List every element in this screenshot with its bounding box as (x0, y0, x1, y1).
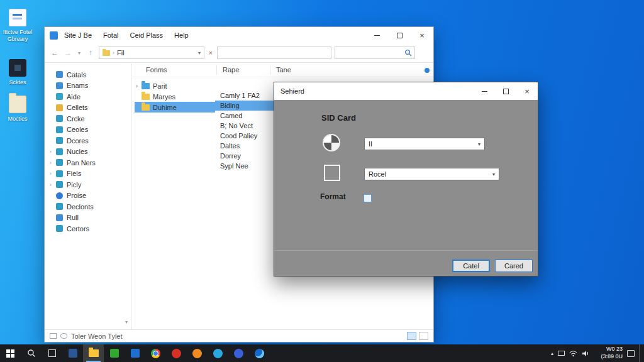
file-list-item[interactable]: Daltes (215, 141, 278, 151)
volume-icon[interactable] (582, 350, 589, 357)
scrollbar-down-arrow[interactable]: ▾ (123, 319, 130, 328)
wifi-icon[interactable] (569, 350, 577, 357)
folder-icon (56, 181, 63, 188)
sidebar-item[interactable]: Enams (45, 80, 131, 92)
taskbar-app-lightblue[interactable] (208, 344, 228, 362)
taskbar-app-mail[interactable] (62, 344, 83, 362)
taskbar-app-green[interactable] (104, 344, 125, 362)
sidebar-item-label: Fiels (67, 170, 81, 177)
items-count-icon (50, 333, 57, 339)
close-button[interactable]: × (411, 27, 433, 43)
forward-button[interactable]: → (63, 48, 73, 57)
address-dropdown-icon[interactable]: ▾ (198, 50, 201, 56)
taskbar-left (0, 344, 270, 362)
sidebar-item[interactable]: Aide (45, 91, 131, 102)
tray-expand-icon[interactable]: ▴ (551, 351, 553, 356)
capacity-dropdown[interactable]: II ▾ (364, 138, 485, 150)
menu-item-file[interactable]: Site J Be (64, 31, 92, 39)
up-button[interactable]: ↑ (86, 48, 96, 57)
taskbar-app-red[interactable] (166, 344, 187, 362)
tree-item[interactable]: Maryes (135, 91, 215, 102)
dialog-divider (274, 250, 538, 251)
minimize-button[interactable] (365, 27, 388, 43)
desktop-icon-mocties[interactable]: Mocties (0, 96, 35, 123)
search-input[interactable] (335, 48, 414, 59)
taskbar-app-firefox[interactable] (187, 344, 208, 362)
show-desktop-button[interactable] (639, 344, 642, 362)
back-button[interactable]: ← (50, 48, 60, 57)
folder-icon (56, 126, 63, 133)
maximize-button[interactable] (495, 82, 516, 100)
help-icon[interactable] (425, 68, 430, 73)
taskbar-app-explorer[interactable] (83, 344, 104, 362)
search-icon[interactable] (404, 49, 412, 57)
sidebar-item[interactable]: Certors (45, 223, 131, 234)
start-button[interactable] (0, 344, 21, 362)
network-icon[interactable] (558, 351, 565, 356)
address-bar[interactable]: › Fil ▾ (99, 47, 204, 59)
column-header-name[interactable]: Fonms (146, 66, 167, 74)
ok-button[interactable]: Catel (452, 260, 490, 272)
details-view-icon[interactable] (407, 332, 416, 340)
filesystem-dropdown[interactable]: Rocel ▾ (364, 168, 499, 180)
history-chevron-icon[interactable]: ▾ (76, 50, 82, 56)
desktop-icon-scktes[interactable]: Scktes (0, 59, 35, 86)
sidebar-item[interactable]: Dcores (45, 135, 131, 146)
cloud-icon (56, 192, 63, 199)
search-icon (27, 349, 36, 358)
file-list-item[interactable]: Camed (215, 111, 278, 121)
desktop-icon-library[interactable]: Ittctve Fotel Gbreary (0, 9, 35, 43)
sidebar-item[interactable]: Proise (45, 190, 131, 202)
file-list-item[interactable]: Camly 1 FA2 (215, 90, 278, 101)
sidebar-item[interactable]: ›Pan Ners (45, 157, 131, 168)
thumbnail-view-icon[interactable] (419, 332, 428, 340)
format-checkbox[interactable] (364, 194, 372, 202)
mail-icon (69, 349, 77, 358)
edge-icon (255, 349, 264, 358)
blue-app-icon (213, 349, 223, 358)
tree-item-selected[interactable]: Duhime (135, 102, 215, 112)
column-header-type[interactable]: Rape (223, 66, 239, 74)
minimize-button[interactable] (474, 82, 495, 100)
sidebar-item[interactable]: Cellets (45, 102, 131, 114)
menu-item-view[interactable]: Ceid Plass (130, 31, 164, 39)
file-list-item[interactable]: Cood Paliey (215, 131, 278, 141)
sidebar-item[interactable]: Rull (45, 212, 131, 224)
taskbar-app-chrome[interactable] (145, 344, 166, 362)
file-list-item-selected[interactable]: Biding (215, 101, 278, 111)
column-header-row: Fonms Rape Tane (132, 63, 433, 77)
file-list-item[interactable]: B; No Vect (215, 121, 278, 131)
sidebar-item[interactable]: Catals (45, 69, 131, 80)
file-list-item[interactable]: Dorrey (215, 151, 278, 161)
action-center-icon[interactable] (627, 350, 635, 357)
taskbar-app-indigo[interactable] (228, 344, 249, 362)
taskbar-app-edge[interactable] (249, 344, 270, 362)
task-view-button[interactable] (42, 344, 62, 362)
column-header-date[interactable]: Tane (276, 66, 291, 74)
sidebar-item[interactable]: ›Fiels (45, 168, 131, 180)
taskbar-clock[interactable]: W0 23 (3:89 0U (594, 346, 623, 360)
address-folder-icon (103, 50, 110, 56)
menu-item-edit[interactable]: Fotal (103, 31, 118, 39)
cancel-navigation-icon[interactable]: × (208, 50, 214, 57)
sidebar-item[interactable]: Declonts (45, 201, 131, 212)
sidebar-item[interactable]: ›Picly (45, 179, 131, 190)
folder-icon (56, 225, 63, 232)
sidebar-item[interactable]: Crcke (45, 113, 131, 124)
filter-box (217, 47, 331, 59)
cancel-button[interactable]: Cared (495, 260, 533, 272)
taskbar-app-store[interactable] (125, 344, 145, 362)
close-button[interactable]: × (516, 82, 538, 100)
system-tray: ▴ W0 23 (3:89 0U (551, 344, 644, 362)
sidebar-item-label: Ceoles (67, 126, 88, 133)
maximize-button[interactable] (388, 27, 411, 43)
filter-input[interactable] (218, 48, 331, 59)
sidebar-item[interactable]: ›Nucles (45, 146, 131, 158)
sidebar-item-label: Declonts (67, 203, 94, 211)
dark-app-icon (9, 59, 26, 77)
sidebar-item[interactable]: Ceoles (45, 124, 131, 136)
tree-item[interactable]: ›Parit (135, 80, 215, 91)
menu-item-help[interactable]: Help (174, 31, 189, 39)
file-list-item[interactable]: Sypl Nee (215, 161, 278, 171)
taskbar-search-button[interactable] (21, 344, 42, 362)
